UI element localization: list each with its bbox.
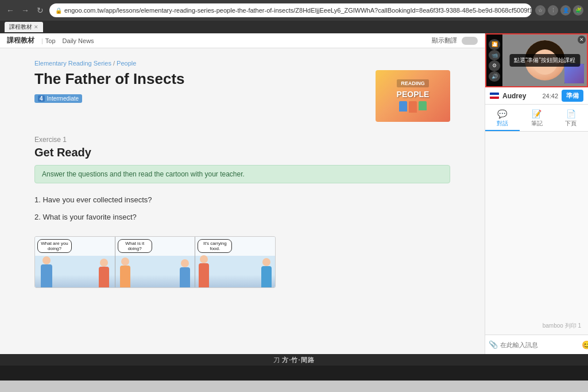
star-icon[interactable]: ☆ [535,5,546,16]
tab-chat[interactable]: 💬 對話 [485,105,520,131]
level-num: 4 [38,95,45,102]
profile-icon[interactable]: 👤 [560,5,571,16]
tab-close-icon[interactable]: ✕ [34,24,38,30]
lesson-image: READING PEOPLE [376,70,450,122]
video-btn[interactable]: 📹 [489,50,500,61]
video-controls: 🎦 📹 ⚙ 🔊 [486,34,502,86]
question-1: 1. Have you ever collected insects? [34,191,450,209]
translate-toggle[interactable] [462,37,478,45]
address-bar[interactable]: 🔒 engoo.com.tw/app/lessons/elementary-re… [49,3,532,17]
sidebar-tabs: 💬 對話 📝 筆記 📄 下頁 [485,105,588,132]
flag-icon [490,93,499,99]
comic-strip: What are you doing? What is it doing? [34,236,276,288]
chat-tab-label: 對話 [497,120,508,128]
camera-ctrl-btn[interactable]: 🎦 [489,39,500,50]
navbar-brand: 課程教材 [7,36,34,45]
chat-input-bar: 📎 😊 ▶ [485,335,588,354]
browser-chrome: ← → ↻ 🔒 engoo.com.tw/app/lessons/element… [0,0,588,21]
comic-panel-3: It's carrying food. [195,237,275,287]
tutor-bar: Audrey 24:42 準備 [485,87,588,105]
lesson-page: 課程教材 | Top Daily News 顯示翻譯 Elementary Re… [0,33,485,354]
comic-panel-2: What is it doing? [115,237,196,287]
comic-figures-1 [35,256,115,287]
instruction-box: Answer the questions and then read the c… [34,165,450,183]
more-icon[interactable]: ⋮ [548,5,558,16]
chat-area: bamboo 列印 1 [485,132,588,335]
speech-3: It's carrying food. [198,239,232,253]
chat-input[interactable] [500,341,579,348]
tutor-name: Audrey [502,92,539,100]
footer-prefix: 刀 [273,356,280,364]
level-label: Intermediate [47,95,79,102]
lesson-content: Elementary Reading Series / People The F… [0,48,485,354]
emoji-button[interactable]: 😊 [582,340,588,349]
close-video-btn[interactable]: ✕ [578,36,586,44]
level-badge: 4 Intermediate [34,94,82,103]
attachment-icon[interactable]: 📎 [489,340,498,349]
taskbar [0,366,588,381]
footer-logo: 方·竹·間路 [282,356,314,364]
notes-tab-label: 筆記 [531,120,543,128]
navbar-link-top[interactable]: Top [45,37,56,44]
navbar-right: 顯示翻譯 [432,36,478,45]
questions: 1. Have you ever collected insects? 2. W… [34,191,450,226]
next-tab-label: 下頁 [565,120,577,128]
speech-1: What are you doing? [37,239,72,253]
lesson-navbar: 課程教材 | Top Daily News 顯示翻譯 [0,33,485,48]
chat-tab-icon: 💬 [497,109,507,118]
question-2: 2. What is your favorite insect? [34,209,450,226]
notes-tab-icon: 📝 [532,109,541,118]
start-tooltip: 點選"準備"按鈕開始課程 [509,54,580,67]
forward-button[interactable]: → [20,5,31,16]
exercise-section: Exercise 1 Get Ready Answer the question… [34,136,450,226]
toggle-label: 顯示翻譯 [432,36,457,45]
browser-actions: ☆ ⋮ 👤 🧩 [535,5,583,16]
comic-figures-3 [195,256,275,287]
comic-panel-1: What are you doing? [35,237,115,287]
exercise-label: Exercise 1 [34,136,450,144]
timer: 24:42 [542,93,558,99]
speech-2: What is it doing? [118,239,152,253]
tab-next[interactable]: 📄 下頁 [554,105,588,131]
video-section: 🎦 📹 ⚙ 🔊 點選"準備"按鈕開始課程 ✕ [485,33,588,87]
settings-btn[interactable]: ⚙ [489,60,500,71]
ready-button[interactable]: 準備 [562,90,583,102]
refresh-button[interactable]: ↻ [34,5,46,16]
navbar-link-daily[interactable]: Daily News [63,37,94,44]
next-tab-icon: 📄 [566,109,576,118]
lesson-header: The Father of Insects 4 Intermediate REA… [34,70,450,122]
teacher-video: 點選"準備"按鈕開始課程 ✕ [502,34,587,86]
breadcrumb: Elementary Reading Series / People [34,60,450,67]
navbar-links: Top Daily News [45,37,94,44]
lesson-title: The Father of Insects [34,70,366,88]
breadcrumb-section[interactable]: People [117,60,136,67]
back-button[interactable]: ← [5,5,16,16]
main-layout: 課程教材 | Top Daily News 顯示翻譯 Elementary Re… [0,33,588,354]
right-sidebar: 🎦 📹 ⚙ 🔊 點選"準備"按鈕開始課程 ✕ [485,33,588,354]
extension-icon[interactable]: 🧩 [573,5,583,16]
navbar-sep: | [41,37,43,44]
tab-notes[interactable]: 📝 筆記 [520,105,554,131]
mic-btn[interactable]: 🔊 [489,71,500,82]
url-text: engoo.com.tw/app/lessons/elementary-read… [64,7,532,14]
tab-label: 課程教材 [9,23,32,31]
lock-icon: 🔒 [55,7,62,14]
tab-bar: 課程教材 ✕ [0,21,588,33]
breadcrumb-series[interactable]: Elementary Reading Series [34,60,111,67]
footer-bar: 刀 方·竹·間路 [0,354,588,366]
browser-tab[interactable]: 課程教材 ✕ [5,22,43,32]
comic-figures-2 [115,256,195,287]
chat-hint: bamboo 列印 1 [543,322,581,330]
exercise-title: Get Ready [34,146,450,159]
